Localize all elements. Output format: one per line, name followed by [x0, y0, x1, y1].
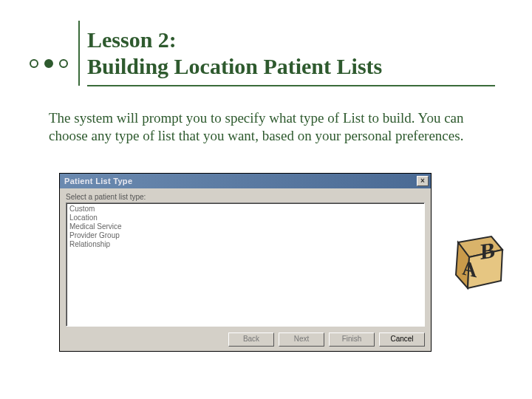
- list-item[interactable]: Medical Service: [69, 222, 421, 231]
- list-item[interactable]: Provider Group: [69, 231, 421, 240]
- list-item[interactable]: Location: [69, 214, 421, 222]
- vertical-divider: [78, 21, 80, 86]
- finish-button[interactable]: Finish: [329, 332, 375, 347]
- list-type-listbox[interactable]: Custom Location Medical Service Provider…: [66, 202, 425, 327]
- slide-header: Lesson 2: Building Location Patient List…: [30, 21, 382, 86]
- close-button[interactable]: ×: [417, 176, 429, 186]
- abc-block-illustration: A B: [443, 220, 510, 294]
- title-block: Lesson 2: Building Location Patient List…: [87, 27, 382, 80]
- letter-a: A: [462, 256, 477, 282]
- dot-filled-icon: [44, 59, 53, 68]
- title-line-1: Lesson 2:: [87, 27, 382, 53]
- next-button[interactable]: Next: [279, 332, 324, 347]
- body-paragraph: The system will prompt you to specify wh…: [49, 109, 480, 145]
- patient-list-type-dialog: Patient List Type × Select a patient lis…: [59, 173, 432, 352]
- dialog-titlebar: Patient List Type ×: [60, 174, 431, 188]
- bullet-dots: [30, 59, 68, 68]
- list-item[interactable]: Custom: [69, 205, 421, 214]
- letter-b: B: [480, 237, 495, 265]
- cancel-button[interactable]: Cancel: [379, 332, 425, 347]
- dot-icon: [59, 59, 68, 68]
- back-button[interactable]: Back: [228, 332, 274, 347]
- dialog-button-row: Back Next Finish Cancel: [228, 332, 425, 347]
- horizontal-divider: [87, 85, 495, 86]
- select-label: Select a patient list type:: [66, 193, 425, 201]
- dot-icon: [30, 59, 38, 68]
- dialog-body: Select a patient list type: Custom Locat…: [60, 188, 431, 327]
- list-item[interactable]: Relationship: [69, 240, 421, 249]
- title-line-2: Building Location Patient Lists: [87, 53, 382, 80]
- dialog-title: Patient List Type: [64, 177, 132, 185]
